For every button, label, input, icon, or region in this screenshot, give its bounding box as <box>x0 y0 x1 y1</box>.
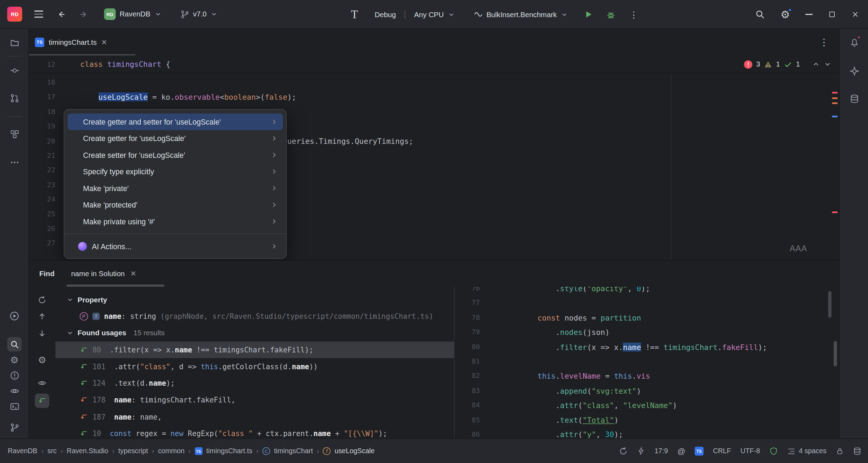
run-config-name: BulkInsert.Benchmark <box>486 10 557 19</box>
run-button[interactable] <box>582 8 595 21</box>
run-configuration-selector[interactable]: BulkInsert.Benchmark <box>469 7 572 22</box>
warning-count: 1 <box>776 60 780 68</box>
services-settings-button[interactable]: ⚙ <box>7 352 22 367</box>
solution-configuration-selector[interactable]: Debug Any CPU <box>370 7 459 21</box>
find-panel-body: ⚙ PropertyPfname: string (graphNode, src… <box>29 287 839 438</box>
run-tool-button[interactable] <box>7 309 22 323</box>
prev-issue-icon[interactable] <box>812 60 820 68</box>
encoding-indicator[interactable]: UTF-8 <box>741 447 760 455</box>
breadcrumb-item[interactable]: typescript <box>118 447 148 455</box>
breadcrumb-item[interactable]: src <box>48 447 57 455</box>
code-editor[interactable]: 12 class timingsChart { ! 3 1 1 1617 use… <box>29 55 839 260</box>
tab-close-icon[interactable]: ✕ <box>101 38 107 46</box>
find-usage-row[interactable]: 124 .text(d.name); <box>55 375 454 392</box>
indent-indicator[interactable]: 4 spaces <box>787 447 826 455</box>
endpoints-tool-button[interactable] <box>7 384 22 398</box>
tab-options-button[interactable]: ⋮ <box>819 36 829 48</box>
breadcrumb-item[interactable]: timingsChart.ts <box>206 447 252 455</box>
popup-item[interactable]: Create getter and setter for 'useLogScal… <box>68 113 283 130</box>
find-tool-button[interactable] <box>7 337 22 351</box>
rail-divider <box>7 116 22 117</box>
chevron-down-icon <box>561 11 568 18</box>
next-occurrence-button[interactable] <box>35 326 49 341</box>
rerun-search-button[interactable] <box>35 293 49 307</box>
annotation-icon[interactable]: @ <box>677 447 685 455</box>
shield-icon[interactable] <box>769 447 778 455</box>
popup-item[interactable]: Create setter for 'useLogScale' <box>68 147 283 163</box>
sticky-code: class timingsChart { <box>55 60 170 69</box>
line-separator-indicator[interactable]: CRLF <box>713 447 731 455</box>
lock-icon[interactable] <box>836 447 844 455</box>
usage-arrow-icon <box>80 363 88 371</box>
back-button[interactable] <box>55 8 68 20</box>
commit-tool-button[interactable] <box>7 63 22 77</box>
close-icon <box>852 10 859 18</box>
solution-explorer-button[interactable] <box>7 35 22 50</box>
field-icon: f <box>92 313 100 320</box>
code-line: 80 .filter(x => x.name !== timingsChart.… <box>455 339 839 354</box>
power-save-icon[interactable] <box>637 447 645 455</box>
popup-item[interactable]: Make 'private' <box>68 180 283 196</box>
popup-item-label: Make 'protected' <box>83 201 271 209</box>
previous-occurrence-button[interactable] <box>35 309 49 324</box>
jump-to-source-button[interactable] <box>35 394 49 408</box>
chevron-right-icon <box>271 168 277 175</box>
chevron-right-icon <box>271 185 277 191</box>
find-settings-button[interactable]: ⚙ <box>35 352 49 367</box>
sync-icon[interactable] <box>619 447 628 455</box>
git-tool-button[interactable] <box>7 420 22 434</box>
popup-item[interactable]: Create getter for 'useLogScale' <box>68 130 283 147</box>
debug-button[interactable] <box>604 8 617 21</box>
arrow-up-icon <box>38 312 47 321</box>
find-usage-row[interactable]: 80 .filter(x => x.name !== timingsChart.… <box>55 342 454 358</box>
forward-button[interactable] <box>77 8 90 20</box>
popup-item-ai-actions[interactable]: AI Actions... <box>68 238 283 254</box>
ai-assistant-button[interactable] <box>847 64 861 78</box>
usage-arrow-icon <box>80 379 88 388</box>
settings-button[interactable]: ⚙ <box>780 9 790 20</box>
find-tab-name-in-solution[interactable]: name in Solution ✕ <box>71 269 136 278</box>
find-usage-row[interactable]: 187 name: name, <box>55 408 454 425</box>
usage-preview-editor[interactable]: 76 .style("opacity", 0);7778 const nodes… <box>455 287 839 438</box>
more-tools-button[interactable] <box>7 155 22 169</box>
breadcrumb-item[interactable]: common <box>158 447 184 455</box>
inspections-widget[interactable]: ! 3 1 1 <box>744 60 839 69</box>
more-run-actions-button[interactable]: ⋮ <box>627 9 640 20</box>
problems-tool-button[interactable] <box>7 368 22 383</box>
breadcrumb-item[interactable]: Raven.Studio <box>67 447 108 455</box>
close-button[interactable] <box>852 10 859 18</box>
breadcrumb-item[interactable]: timingsChart <box>274 447 313 455</box>
typescript-service-icon[interactable]: TS <box>695 447 704 455</box>
popup-item[interactable]: Make 'protected' <box>68 196 283 213</box>
branch-selector[interactable]: v7.0 <box>176 7 222 21</box>
preview-scrollbar[interactable] <box>834 341 837 366</box>
popup-item[interactable]: Make private using '#' <box>68 213 283 230</box>
project-selector[interactable]: RD RavenDB <box>100 6 166 23</box>
search-everywhere-button[interactable] <box>755 9 765 19</box>
terminal-tool-button[interactable] <box>7 399 22 413</box>
find-tab-close-icon[interactable]: ✕ <box>130 269 136 278</box>
popup-item[interactable]: Specify type explicitly <box>68 163 283 180</box>
maximize-button[interactable] <box>828 10 836 18</box>
structure-tool-button[interactable] <box>7 127 22 141</box>
find-group-row[interactable]: Property <box>55 291 454 308</box>
database-icon[interactable] <box>853 447 861 455</box>
find-usage-row[interactable]: 101 .attr("class", d => this.getColorCla… <box>55 358 454 375</box>
run-circle-icon <box>9 311 19 321</box>
caret-position[interactable]: 17:9 <box>654 447 668 455</box>
find-usage-row[interactable]: 178 name: timingsChart.fakeFill, <box>55 392 454 408</box>
database-tool-button[interactable] <box>847 91 861 106</box>
main-menu-button[interactable] <box>32 8 46 20</box>
notifications-button[interactable] <box>847 35 861 50</box>
find-group-row[interactable]: Found usages15 results <box>55 325 454 342</box>
minimize-button[interactable] <box>805 14 813 15</box>
breadcrumb-item[interactable]: RavenDB <box>8 447 37 455</box>
next-issue-icon[interactable] <box>824 60 831 68</box>
preview-toggle-button[interactable] <box>35 376 49 390</box>
find-usage-row[interactable]: 10 const regex = new RegExp("class " + c… <box>55 425 454 438</box>
tab-timingschart[interactable]: TS timingsChart.ts ✕ <box>29 29 114 55</box>
find-property-row[interactable]: Pfname: string (graphNode, src/Raven.Stu… <box>55 308 454 325</box>
pull-requests-button[interactable] <box>7 91 22 105</box>
breadcrumb-item[interactable]: useLogScale <box>335 447 374 455</box>
line-number: 27 <box>29 236 55 251</box>
